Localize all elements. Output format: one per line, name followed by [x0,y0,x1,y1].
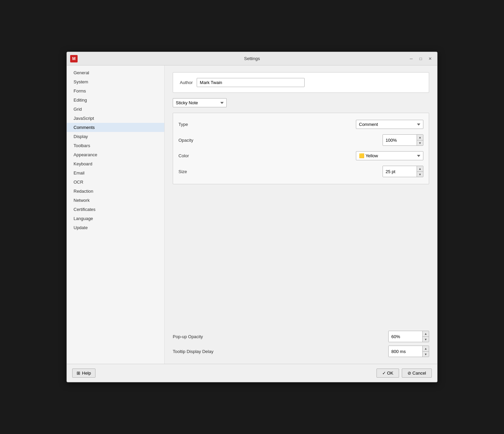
type-label: Type [178,122,188,127]
titlebar: M Settings ─ □ ✕ [67,52,437,65]
sidebar-item-general[interactable]: General [67,68,164,77]
tooltip-delay-control: ▲ ▼ [388,346,429,357]
opacity-control: ▲ ▼ [383,134,423,146]
properties-section: Type Comment Note Review Opacity [173,113,429,184]
sidebar-item-language[interactable]: Language [67,214,164,223]
type-control: Comment Note Review [356,120,423,129]
size-input[interactable] [383,166,417,177]
annotation-type-section: Sticky Note Text Highlight Freehand Draw… [173,98,429,107]
sidebar-item-certificates[interactable]: Certificates [67,205,164,214]
footer-right: ✓ OK ⊘ Cancel [376,369,432,378]
color-control: 🟨 Yellow 🔴 Red 🟢 Green 🔵 Blue ⬛ Black [356,151,423,160]
sidebar-item-editing[interactable]: Editing [67,96,164,105]
sidebar-item-redaction[interactable]: Redaction [67,187,164,196]
tooltip-delay-label: Tooltip Display Delay [173,349,214,354]
sidebar-item-ocr[interactable]: OCR [67,178,164,187]
main-content: Author Sticky Note Text Highlight Freeha… [165,65,437,364]
sidebar-item-comments[interactable]: Comments [67,123,164,132]
dialog-title: Settings [244,56,260,61]
maximize-button[interactable]: □ [416,54,425,63]
sidebar-item-appearance[interactable]: Appearance [67,150,164,159]
tooltip-delay-decrement-button[interactable]: ▼ [423,351,429,357]
sidebar-item-forms[interactable]: Forms [67,86,164,96]
tooltip-delay-increment-button[interactable]: ▲ [423,346,429,351]
sidebar-item-email[interactable]: Email [67,168,164,178]
help-label: Help [82,371,91,376]
popup-opacity-spin-buttons: ▲ ▼ [422,331,429,342]
tooltip-delay-spin-buttons: ▲ ▼ [422,346,429,357]
opacity-spin-buttons: ▲ ▼ [417,135,423,145]
tooltip-delay-input[interactable] [389,346,422,357]
sidebar-item-grid[interactable]: Grid [67,105,164,114]
author-input[interactable] [197,78,305,87]
size-decrement-button[interactable]: ▼ [417,171,423,177]
help-button[interactable]: ⊞ Help [72,369,95,378]
size-increment-button[interactable]: ▲ [417,166,423,171]
sidebar-item-update[interactable]: Update [67,223,164,232]
footer-left: ⊞ Help [72,369,95,378]
cancel-button[interactable]: ⊘ Cancel [402,369,432,378]
opacity-decrement-button[interactable]: ▼ [417,140,423,145]
size-spinbox: ▲ ▼ [383,166,423,177]
window-controls: ─ □ ✕ [407,52,435,65]
sidebar-item-network[interactable]: Network [67,196,164,205]
bottom-section: Pop-up Opacity ▲ ▼ Tooltip Display Del [173,325,429,357]
opacity-label: Opacity [178,138,193,143]
opacity-increment-button[interactable]: ▲ [417,135,423,140]
app-logo: M [70,55,78,62]
color-row: Color 🟨 Yellow 🔴 Red 🟢 Green 🔵 Blue ⬛ Bl… [178,148,423,163]
popup-opacity-spinbox: ▲ ▼ [388,331,429,342]
author-section: Author [173,72,429,93]
size-spin-buttons: ▲ ▼ [417,166,423,177]
tooltip-delay-spinbox: ▲ ▼ [388,346,429,357]
opacity-row: Opacity ▲ ▼ [178,132,423,148]
sidebar-item-keyboard[interactable]: Keyboard [67,159,164,168]
dialog-body: General System Forms Editing Grid JavaSc… [67,65,437,364]
size-label: Size [178,169,187,174]
opacity-input[interactable] [383,135,417,145]
spacer [173,190,429,320]
ok-button[interactable]: ✓ OK [376,369,399,378]
close-button[interactable]: ✕ [426,54,435,63]
popup-opacity-input[interactable] [389,331,422,342]
annotation-type-dropdown[interactable]: Sticky Note Text Highlight Freehand Draw… [173,98,227,107]
sidebar-item-system[interactable]: System [67,77,164,86]
opacity-spinbox: ▲ ▼ [383,134,423,146]
popup-opacity-decrement-button[interactable]: ▼ [423,336,429,342]
type-select[interactable]: Comment Note Review [356,120,423,129]
tooltip-delay-row: Tooltip Display Delay ▲ ▼ [173,346,429,357]
minimize-button[interactable]: ─ [407,54,416,63]
cancel-label: ⊘ Cancel [408,371,426,376]
author-label: Author [180,80,193,85]
size-control: ▲ ▼ [383,166,423,177]
popup-opacity-control: ▲ ▼ [388,331,429,342]
popup-opacity-increment-button[interactable]: ▲ [423,331,429,336]
popup-opacity-label: Pop-up Opacity [173,334,203,339]
sidebar: General System Forms Editing Grid JavaSc… [67,65,165,364]
sidebar-item-toolbars[interactable]: Toolbars [67,141,164,150]
dialog-footer: ⊞ Help ✓ OK ⊘ Cancel [67,364,437,382]
sidebar-item-display[interactable]: Display [67,132,164,141]
sidebar-item-javascript[interactable]: JavaScript [67,114,164,123]
size-row: Size ▲ ▼ [178,163,423,180]
color-label: Color [178,153,189,158]
color-select[interactable]: 🟨 Yellow 🔴 Red 🟢 Green 🔵 Blue ⬛ Black [356,151,423,160]
type-row: Type Comment Note Review [178,117,423,132]
settings-dialog: M Settings ─ □ ✕ General System Forms Ed… [66,52,438,382]
ok-label: ✓ OK [382,371,393,376]
help-icon: ⊞ [77,371,80,376]
popup-opacity-row: Pop-up Opacity ▲ ▼ [173,331,429,342]
